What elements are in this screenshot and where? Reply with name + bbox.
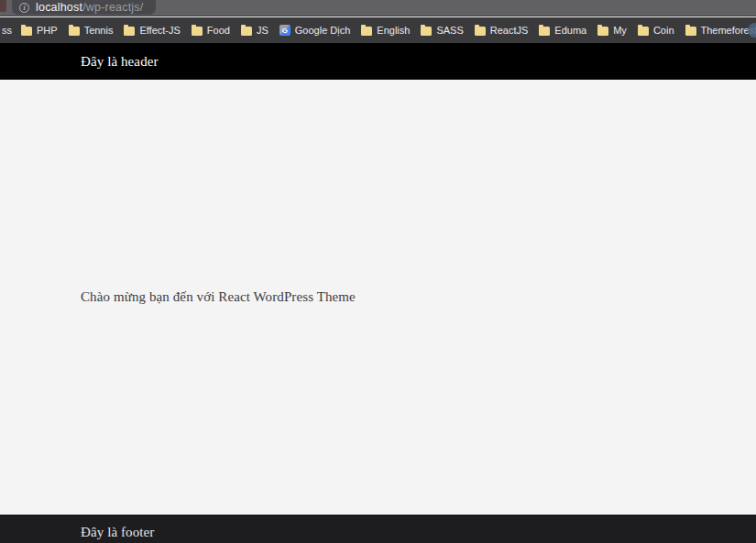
address-bar[interactable]: i localhost/wp-reactjs/: [12, 0, 156, 15]
google-translate-icon: G: [279, 25, 290, 36]
bookmark-truncated-label[interactable]: ss: [2, 25, 12, 36]
bookmark-label: My: [613, 25, 627, 36]
url-path: /wp-reactjs/: [82, 1, 143, 14]
header-text: Đây là header: [81, 54, 159, 70]
bookmark-label: Eduma: [554, 25, 586, 36]
browser-toolbar: i localhost/wp-reactjs/: [0, 0, 756, 16]
site-info-icon[interactable]: i: [19, 3, 29, 13]
folder-icon: [21, 27, 32, 36]
url-text: localhost/wp-reactjs/: [36, 1, 143, 14]
bookmark-label: PHP: [37, 25, 58, 36]
bookmark-partial-icon[interactable]: [748, 23, 756, 38]
bookmark-label: English: [377, 25, 410, 36]
bookmark-item[interactable]: ReactJS: [473, 20, 531, 40]
bookmark-label: ReactJS: [490, 25, 529, 36]
bookmark-item[interactable]: Effect-JS: [122, 20, 181, 40]
bookmark-label: Tennis: [84, 25, 114, 36]
bookmark-item[interactable]: Eduma: [537, 20, 588, 40]
bookmark-item[interactable]: GGoogle Dịch: [278, 20, 353, 40]
folder-icon: [241, 27, 252, 36]
folder-icon: [361, 27, 372, 36]
footer-text: Đây là footer: [81, 525, 154, 539]
bookmarks-bar: ss PHPTennisEffect-JSFoodJSGGoogle DịchE…: [0, 17, 756, 43]
folder-icon: [638, 27, 649, 36]
bookmark-item[interactable]: SASS: [419, 20, 465, 40]
page-header: Đây là header: [0, 43, 756, 80]
page-footer: Đây là footer: [0, 515, 756, 543]
bookmark-label: Coin: [653, 25, 674, 36]
folder-icon: [475, 27, 486, 36]
window-edge-fragment: [0, 0, 6, 12]
folder-icon: [192, 27, 203, 36]
welcome-text: Chào mừng bạn đến với React WordPress Th…: [81, 289, 356, 305]
bookmark-label: SASS: [436, 25, 463, 36]
folder-icon: [421, 27, 432, 36]
bookmark-item[interactable]: Tennis: [67, 20, 115, 40]
folder-icon: [124, 27, 135, 36]
bookmark-item[interactable]: Themeforest: [684, 20, 756, 40]
bookmark-item[interactable]: English: [359, 20, 411, 40]
url-host: localhost: [36, 1, 82, 14]
bookmark-label: JS: [257, 25, 268, 36]
bookmark-label: Google Dịch: [295, 25, 351, 36]
bookmark-item[interactable]: PHP: [19, 20, 60, 40]
page-content: Chào mừng bạn đến với React WordPress Th…: [0, 80, 756, 515]
bookmark-label: Food: [207, 25, 230, 36]
folder-icon: [685, 27, 696, 36]
folder-icon: [69, 27, 80, 36]
bookmark-item[interactable]: Food: [190, 20, 232, 40]
bookmark-label: Effect-JS: [139, 25, 180, 36]
bookmark-item[interactable]: My: [596, 20, 629, 40]
folder-icon: [539, 27, 550, 36]
folder-icon: [597, 27, 608, 36]
bookmark-item[interactable]: JS: [239, 20, 270, 40]
bookmark-item[interactable]: Coin: [636, 20, 676, 40]
